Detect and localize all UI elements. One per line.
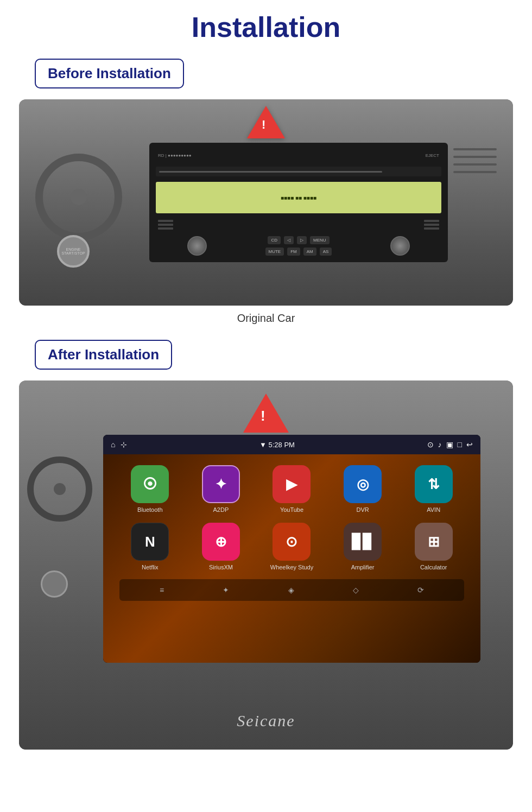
- android-taskbar: ≡ ✦ ◈ ◇ ⟳: [119, 579, 464, 601]
- wifi-icon: ⊹: [121, 440, 127, 449]
- app-item-a2dp[interactable]: ✦A2DP: [191, 465, 252, 513]
- app-item-dvr[interactable]: ◎DVR: [332, 465, 394, 513]
- android-head-unit[interactable]: ⌂ ⊹ ▼ 5:28 PM ⊙ ♪ ▣ □ ↩ ⦿Bluetooth✦A: [103, 435, 480, 663]
- hu-am-btn: AM: [303, 248, 316, 256]
- app-icon-wheelkey-study: ⊙: [273, 523, 311, 561]
- before-installation-badge: Before Installation: [35, 59, 184, 88]
- app-item-amplifier[interactable]: ▊▊Amplifier: [332, 523, 394, 570]
- page-title: Installation: [0, 11, 532, 43]
- steering-wheel-before: ENGINESTART/STOP: [30, 121, 138, 284]
- statusbar-time: ▼ 5:28 PM: [259, 441, 295, 449]
- android-home-screen: ⦿Bluetooth✦A2DP▶YouTube◎DVR⇅AVINNNetflix…: [103, 454, 480, 663]
- app-icon-avin: ⇅: [415, 465, 453, 503]
- hu-right-knob: [390, 236, 410, 256]
- warning-triangle-after: [243, 394, 289, 433]
- app-label-avin: AVIN: [427, 506, 440, 513]
- hu-mute-btn: MUTE: [265, 248, 284, 256]
- taskbar-icon-2: ✦: [223, 586, 229, 594]
- app-label-siriusxm: SiriusXM: [209, 564, 233, 570]
- fullscreen-icon: □: [458, 440, 462, 449]
- battery-icon: ▣: [446, 440, 453, 449]
- app-item-calculator[interactable]: ⊞Calculator: [403, 523, 464, 570]
- app-label-youtube: YouTube: [280, 506, 303, 513]
- app-item-youtube[interactable]: ▶YouTube: [261, 465, 322, 513]
- ignition-after: [41, 570, 68, 598]
- app-icon-youtube: ▶: [273, 465, 311, 503]
- app-item-netflix[interactable]: NNetflix: [119, 523, 181, 570]
- app-grid: ⦿Bluetooth✦A2DP▶YouTube◎DVR⇅AVINNNetflix…: [119, 465, 464, 570]
- camera-icon: ⊙: [427, 440, 434, 449]
- hu-cd-btn: CD: [268, 236, 281, 244]
- app-label-wheelkey-study: Wheelkey Study: [270, 564, 313, 570]
- volume-icon: ♪: [438, 440, 442, 449]
- original-car-label: Original Car: [237, 312, 295, 325]
- hu-display-text: ■■■■ ■■ ■■■■: [281, 195, 316, 201]
- home-icon: ⌂: [111, 440, 115, 449]
- app-label-bluetooth: Bluetooth: [137, 506, 162, 513]
- app-label-dvr: DVR: [356, 506, 369, 513]
- ignition-before: ENGINESTART/STOP: [57, 235, 90, 268]
- android-statusbar: ⌂ ⊹ ▼ 5:28 PM ⊙ ♪ ▣ □ ↩: [103, 435, 480, 454]
- app-icon-bluetooth: ⦿: [131, 465, 169, 503]
- back-icon: ↩: [466, 440, 473, 449]
- app-item-avin[interactable]: ⇅AVIN: [403, 465, 464, 513]
- taskbar-icon-4: ◇: [353, 586, 359, 594]
- hu-prev-btn: ◁: [284, 236, 294, 244]
- hu-as-btn: AS: [320, 248, 332, 256]
- hu-play-btn: ▷: [297, 236, 307, 244]
- app-icon-amplifier: ▊▊: [344, 523, 382, 561]
- app-icon-netflix: N: [131, 523, 169, 561]
- after-installation-badge: After Installation: [35, 340, 172, 370]
- taskbar-icon-1: ≡: [160, 586, 164, 594]
- warning-triangle-before: [247, 106, 285, 138]
- app-item-siriusxm[interactable]: ⊕SiriusXM: [191, 523, 252, 570]
- app-label-netflix: Netflix: [142, 564, 159, 570]
- taskbar-icon-3: ◈: [288, 586, 294, 594]
- seicane-logo: Seicane: [237, 712, 295, 730]
- app-icon-calculator: ⊞: [415, 523, 453, 561]
- hu-fm-btn: FM: [287, 248, 300, 256]
- before-car-image: ENGINESTART/STOP RD | ●●●●●●●●● EJECT ■■…: [19, 99, 513, 306]
- taskbar-icon-5: ⟳: [417, 586, 424, 594]
- head-unit-before: RD | ●●●●●●●●● EJECT ■■■■ ■■ ■■■■: [149, 143, 448, 262]
- app-icon-siriusxm: ⊕: [202, 523, 240, 561]
- hu-menu-btn: MENU: [310, 236, 330, 244]
- app-item-wheelkey-study[interactable]: ⊙Wheelkey Study: [261, 523, 322, 570]
- after-car-image: ⌂ ⊹ ▼ 5:28 PM ⊙ ♪ ▣ □ ↩ ⦿Bluetooth✦A: [19, 380, 513, 750]
- app-label-a2dp: A2DP: [213, 506, 229, 513]
- app-icon-a2dp: ✦: [202, 465, 240, 503]
- steering-wheel-after: [24, 413, 100, 630]
- app-label-calculator: Calculator: [420, 564, 447, 570]
- app-item-bluetooth[interactable]: ⦿Bluetooth: [119, 465, 181, 513]
- app-icon-dvr: ◎: [344, 465, 382, 503]
- app-label-amplifier: Amplifier: [351, 564, 375, 570]
- hu-left-knob: [187, 236, 207, 256]
